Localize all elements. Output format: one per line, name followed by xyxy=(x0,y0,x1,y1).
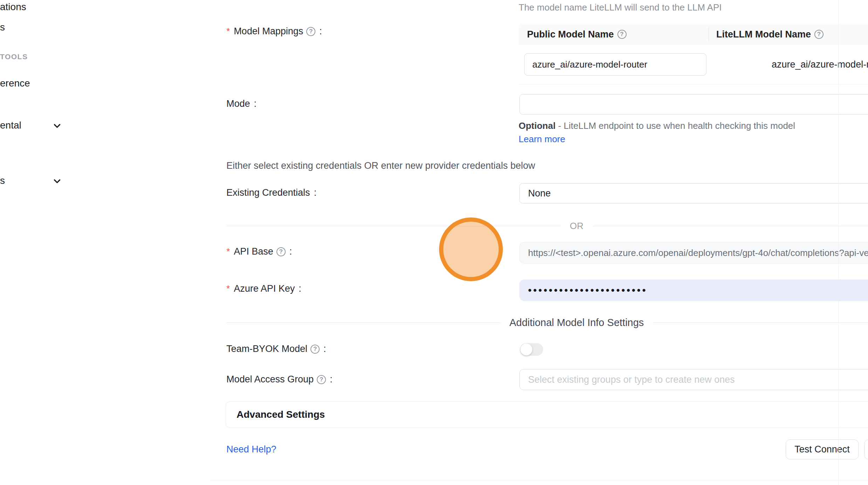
api-base-value: https://<test>.openai.azure.com/openai/d… xyxy=(528,248,868,258)
existing-credentials-value: None xyxy=(528,188,551,199)
sidebar-item-clipped-1[interactable]: ations xyxy=(0,1,26,13)
required-asterisk: * xyxy=(226,283,230,294)
sidebar-item-label: s xyxy=(0,175,5,186)
chevron-down-icon[interactable] xyxy=(53,121,62,132)
public-model-name-input[interactable] xyxy=(524,53,706,76)
help-icon[interactable] xyxy=(310,345,320,354)
mode-select[interactable] xyxy=(519,94,868,115)
add-model-form: The model name LiteLLM will send to the … xyxy=(105,0,838,485)
sidebar-item-clipped-5[interactable]: s xyxy=(0,175,5,186)
litellm-model-name-helper-text: The model name LiteLLM will send to the … xyxy=(519,2,722,13)
need-help-link[interactable]: Need Help? xyxy=(226,444,276,455)
learn-more-link[interactable]: Learn more xyxy=(519,134,565,144)
help-icon[interactable] xyxy=(814,30,823,39)
sidebar-item-label: ental xyxy=(0,120,21,131)
sidebar-section-tools: TOOLS xyxy=(0,53,28,61)
panel-bottom-border xyxy=(210,480,868,480)
or-divider: OR xyxy=(226,221,868,231)
existing-credentials-label: Existing Credentials : xyxy=(226,187,316,198)
column-header-public-model-name: Public Model Name xyxy=(519,29,709,40)
api-base-input[interactable]: https://<test>.openai.azure.com/openai/d… xyxy=(519,242,868,264)
additional-model-info-divider-label: Additional Model Info Settings xyxy=(500,317,653,328)
sidebar-item-label: ations xyxy=(0,1,26,13)
test-connect-button[interactable]: Test Connect xyxy=(786,439,859,459)
credentials-note: Either select existing credentials OR en… xyxy=(226,160,535,171)
model-mappings-table-header: Public Model Name LiteLLM Model Name xyxy=(519,24,868,45)
azure-api-key-masked-value: ••••••••••••••••••••••• xyxy=(528,285,647,296)
litellm-model-name-value: azure_ai/azure-model-router xyxy=(772,59,868,70)
or-divider-label: OR xyxy=(561,221,593,231)
table-row: azure_ai/azure-model-router xyxy=(519,45,868,84)
sidebar-item-clipped-4[interactable]: ental xyxy=(0,120,21,131)
header-divider xyxy=(709,27,709,41)
model-mappings-label: * Model Mappings : xyxy=(226,26,322,37)
azure-api-key-input[interactable]: ••••••••••••••••••••••• xyxy=(519,279,868,301)
panel-right-border xyxy=(838,0,839,485)
azure-api-key-label: * Azure API Key : xyxy=(226,283,301,294)
help-icon[interactable] xyxy=(276,247,286,256)
team-byok-toggle[interactable] xyxy=(520,343,543,356)
team-byok-label: Team-BYOK Model : xyxy=(226,344,326,354)
model-access-group-placeholder: Select existing groups or type to create… xyxy=(528,374,735,385)
help-icon[interactable] xyxy=(317,375,326,384)
sidebar-item-label: s xyxy=(0,22,5,33)
required-asterisk: * xyxy=(226,246,230,257)
help-icon[interactable] xyxy=(617,30,627,39)
sidebar-item-clipped-3[interactable]: erence xyxy=(0,78,30,89)
add-model-button[interactable]: Add Model xyxy=(864,439,868,459)
model-access-group-select[interactable]: Select existing groups or type to create… xyxy=(519,369,868,390)
additional-model-info-divider: Additional Model Info Settings xyxy=(226,317,868,328)
mode-label: Mode : xyxy=(226,98,257,109)
mode-hint-text: Optional - LiteLLM endpoint to use when … xyxy=(519,119,810,146)
help-icon[interactable] xyxy=(306,27,315,36)
model-access-group-label: Model Access Group : xyxy=(226,374,333,385)
advanced-settings-title: Advanced Settings xyxy=(237,409,325,420)
existing-credentials-select[interactable]: None xyxy=(519,183,868,203)
sidebar-item-label: erence xyxy=(0,78,30,89)
api-base-label: * API Base : xyxy=(226,246,292,257)
sidebar-item-clipped-2[interactable]: s xyxy=(0,22,5,33)
chevron-down-icon[interactable] xyxy=(53,176,62,187)
column-header-litellm-model-name: LiteLLM Model Name xyxy=(709,29,823,40)
toggle-knob xyxy=(520,344,532,355)
sidebar: ations s TOOLS erence ental s xyxy=(0,0,105,485)
required-asterisk: * xyxy=(226,26,230,37)
model-mappings-table: Public Model Name LiteLLM Model Name azu… xyxy=(519,24,868,84)
sidebar-section-label: TOOLS xyxy=(0,53,28,61)
advanced-settings-expander[interactable]: Advanced Settings xyxy=(226,401,868,428)
